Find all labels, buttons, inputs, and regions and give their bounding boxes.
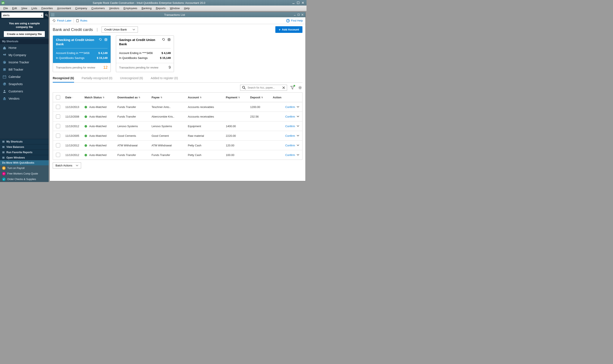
do-more-free-workers-comp-quote[interactable]: +Free Workers Comp Quote bbox=[0, 171, 49, 176]
column-payment[interactable]: Payment ⇅ bbox=[224, 93, 248, 102]
svg-rect-13 bbox=[4, 69, 5, 69]
sidebar-search-input[interactable] bbox=[1, 12, 44, 18]
filter-button[interactable] bbox=[290, 85, 295, 90]
svg-rect-30 bbox=[2, 152, 4, 153]
tab-unrecognized[interactable]: Unrecognized (6) bbox=[120, 75, 143, 82]
column-date[interactable]: Date ↑ bbox=[63, 93, 82, 102]
account-card[interactable]: Checking at Credit Union BankAccount End… bbox=[53, 35, 111, 72]
table-row: 11/13/2013Auto-MatchedFunds TransferTesc… bbox=[53, 102, 302, 112]
do-more-turn-on-payroll[interactable]: ⟳Turn on Payroll bbox=[0, 165, 49, 171]
menu-customers[interactable]: Customers bbox=[89, 6, 107, 10]
row-checkbox[interactable] bbox=[56, 114, 60, 119]
sidebar-item-customers[interactable]: Customers bbox=[0, 88, 49, 95]
home-icon bbox=[2, 46, 6, 50]
refresh-icon[interactable] bbox=[99, 38, 102, 41]
row-checkbox[interactable] bbox=[56, 105, 60, 109]
confirm-button[interactable]: Confirm bbox=[285, 144, 299, 147]
add-account-label: Add Account bbox=[282, 28, 299, 31]
app-icon: qb bbox=[1, 1, 5, 4]
settings-button[interactable] bbox=[298, 85, 302, 90]
confirm-button[interactable]: Confirm bbox=[285, 115, 299, 118]
window-close-icon[interactable] bbox=[301, 13, 304, 16]
confirm-button[interactable]: Confirm bbox=[285, 125, 299, 128]
column-account[interactable]: Account ⇅ bbox=[186, 93, 224, 102]
add-account-button[interactable]: + Add Account bbox=[275, 26, 302, 33]
sidebar-item-home[interactable]: Home bbox=[0, 44, 49, 52]
bottom-nav-open-windows[interactable]: Open Windows bbox=[0, 155, 49, 160]
svg-point-41 bbox=[242, 86, 245, 88]
column-match-status[interactable]: Match Status ⇅ bbox=[82, 93, 115, 102]
menu-favorites[interactable]: Favorites bbox=[39, 6, 55, 10]
sidebar-item-snapshots[interactable]: Snapshots bbox=[0, 80, 49, 88]
column-action: Action bbox=[271, 93, 302, 102]
rules-link[interactable]: Rules bbox=[76, 19, 87, 22]
row-checkbox[interactable] bbox=[56, 134, 60, 138]
select-all-checkbox[interactable] bbox=[56, 95, 60, 99]
sidebar-item-calendar[interactable]: Calendar bbox=[0, 73, 49, 80]
account-card[interactable]: Savings at Credit Union BankAccount Endi… bbox=[116, 35, 174, 72]
column-deposit[interactable]: Deposit ⇅ bbox=[248, 93, 271, 102]
batch-actions-dropdown[interactable]: Batch Actions bbox=[53, 162, 81, 169]
finish-later-link[interactable]: Finish Later bbox=[52, 19, 71, 22]
tab-partially-recognized[interactable]: Partially-recognized (0) bbox=[82, 75, 113, 82]
tab-added[interactable]: Added to register (0) bbox=[151, 75, 178, 82]
bottom-nav-my-shortcuts[interactable]: My Shortcuts bbox=[0, 139, 49, 144]
window-minimize-icon[interactable] bbox=[293, 13, 296, 16]
menu-vendors[interactable]: Vendors bbox=[107, 6, 121, 10]
menu-employees[interactable]: Employees bbox=[121, 6, 139, 10]
create-company-button[interactable]: Create a new company file bbox=[4, 31, 45, 37]
menu-help[interactable]: Help bbox=[182, 6, 192, 10]
svg-point-45 bbox=[300, 87, 301, 88]
sidebar-item-vendors[interactable]: Vendors bbox=[0, 95, 49, 102]
find-help-link[interactable]: ? Find Help bbox=[286, 19, 303, 22]
tab-recognized[interactable]: Recognized (6) bbox=[53, 75, 74, 83]
bank-icon[interactable] bbox=[167, 38, 171, 41]
sidebar-search-button[interactable] bbox=[45, 12, 48, 18]
sidebar-bottom-nav: My ShortcutsView BalancesRun Favorite Re… bbox=[0, 139, 49, 160]
sort-icon: ⇅ bbox=[160, 96, 162, 99]
menu-company[interactable]: Company bbox=[73, 6, 90, 10]
bottom-nav-view-balances[interactable]: View Balances bbox=[0, 144, 49, 150]
confirm-button[interactable]: Confirm bbox=[285, 105, 299, 109]
confirm-button[interactable]: Confirm bbox=[285, 134, 299, 137]
batch-actions-label: Batch Actions bbox=[55, 164, 72, 167]
column-checkbox[interactable] bbox=[53, 93, 63, 102]
do-more-order-checks-&-supplies[interactable]: ✓Order Checks & Supplies bbox=[0, 176, 49, 182]
window-icon bbox=[51, 13, 54, 16]
close-icon[interactable] bbox=[301, 1, 304, 4]
pending-label: Transactions pending for review bbox=[119, 66, 158, 69]
menu-view[interactable]: View bbox=[19, 6, 29, 10]
bottom-nav-run-favorite-reports[interactable]: Run Favorite Reports bbox=[0, 150, 49, 155]
menu-window[interactable]: Window bbox=[168, 6, 182, 10]
minimize-icon[interactable] bbox=[292, 1, 295, 4]
refresh-icon[interactable] bbox=[162, 38, 165, 41]
confirm-button[interactable]: Confirm bbox=[285, 153, 299, 156]
menu-reports[interactable]: Reports bbox=[154, 6, 168, 10]
bank-icon[interactable] bbox=[104, 38, 108, 41]
menu-banking[interactable]: Banking bbox=[139, 6, 154, 10]
column-payee[interactable]: Payee ⇅ bbox=[149, 93, 186, 102]
sidebar-item-income-tracker[interactable]: Income Tracker bbox=[0, 59, 49, 66]
account-dropdown[interactable]: Credit Union Bank bbox=[102, 26, 138, 33]
menu-lists[interactable]: Lists bbox=[29, 6, 39, 10]
menu-file[interactable]: File bbox=[1, 6, 10, 10]
table-search-box[interactable] bbox=[240, 85, 287, 91]
table-search-input[interactable] bbox=[248, 86, 280, 89]
sidebar-search-row bbox=[0, 11, 49, 19]
row-checkbox[interactable] bbox=[56, 143, 60, 147]
maximize-icon[interactable] bbox=[297, 1, 300, 4]
column-downloaded-as[interactable]: Downloaded as ⇅ bbox=[115, 93, 149, 102]
sidebar-item-my-company[interactable]: 1bMy Company bbox=[0, 52, 49, 59]
menu-accountant[interactable]: Accountant bbox=[55, 6, 73, 10]
sidebar-item-bill-tracker[interactable]: Bill Tracker bbox=[0, 66, 49, 73]
cell-payment: 120.00 bbox=[224, 141, 248, 150]
row-checkbox[interactable] bbox=[56, 153, 60, 157]
chevron-down-icon bbox=[132, 29, 135, 30]
search-icon bbox=[242, 86, 246, 90]
clear-icon[interactable] bbox=[282, 86, 285, 89]
cell-payment: 2220.00 bbox=[224, 132, 248, 140]
menu-edit[interactable]: Edit bbox=[10, 6, 19, 10]
table-row: 11/13/2008Auto-MatchedFunds TransferAber… bbox=[53, 112, 302, 121]
window-maximize-icon[interactable] bbox=[297, 13, 300, 16]
row-checkbox[interactable] bbox=[56, 124, 60, 128]
